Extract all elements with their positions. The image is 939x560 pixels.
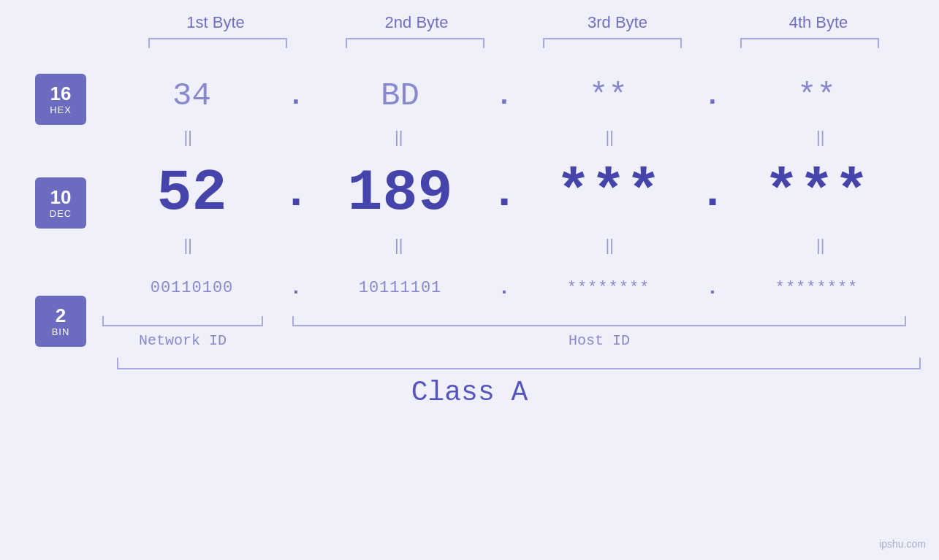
eq2-b3: ||: [529, 236, 690, 255]
bin-b3: ********: [519, 279, 698, 297]
dec-b4: ***: [727, 160, 906, 226]
hex-sep1: .: [281, 80, 311, 112]
class-bracket: [117, 358, 921, 369]
dec-sep3: .: [698, 167, 727, 219]
eq1-b3: ||: [529, 128, 690, 147]
bracket-byte2: [346, 38, 484, 48]
bin-sep1: .: [281, 277, 311, 299]
content-area: 16 HEX 10 DEC 2 BIN 34 .: [0, 55, 939, 349]
hex-b4: **: [727, 77, 906, 114]
dec-badge: 10 DEC: [35, 177, 86, 229]
hex-b3: **: [519, 77, 698, 114]
bin-sep3: .: [698, 277, 727, 299]
bin-b1: 00110100: [102, 279, 281, 297]
dec-b2: 189: [311, 160, 490, 226]
id-brackets: [102, 316, 906, 326]
bracket-byte4: [740, 38, 879, 48]
hex-row: 34 . BD . ** . **: [102, 66, 906, 125]
bin-row: 00110100 . 10111101 . ******** .: [102, 262, 906, 313]
eq1-b4: ||: [740, 128, 901, 147]
hex-badge: 16 HEX: [35, 74, 86, 125]
byte-headers: 1st Byte 2nd Byte 3rd Byte 4th Byte: [115, 13, 919, 32]
equals-row-2: || || || ||: [102, 236, 906, 255]
dec-sep2: .: [490, 167, 519, 219]
dec-row: 52 . 189 . *** . ***: [102, 153, 906, 233]
dec-sep1: .: [281, 167, 311, 219]
dec-b3: ***: [519, 160, 698, 226]
eq2-b4: ||: [740, 236, 901, 255]
eq1-b2: ||: [319, 128, 479, 147]
bin-b4: ********: [727, 279, 906, 297]
hex-sep2: .: [490, 80, 519, 112]
network-id-bracket: [102, 316, 263, 326]
eq1-b1: ||: [107, 128, 268, 147]
id-labels: Network ID Host ID: [102, 332, 906, 349]
hex-b2: BD: [311, 77, 490, 114]
host-id-label: Host ID: [292, 332, 906, 349]
dec-b1: 52: [102, 160, 281, 226]
host-id-bracket: [292, 316, 906, 326]
bracket-byte3: [543, 38, 682, 48]
bin-b2: 10111101: [311, 279, 490, 297]
values-area: 34 . BD . ** . **: [102, 55, 939, 349]
byte2-header: 2nd Byte: [336, 13, 497, 32]
eq2-b2: ||: [319, 236, 479, 255]
class-label: Class A: [411, 377, 528, 408]
eq2-b1: ||: [107, 236, 268, 255]
byte4-header: 4th Byte: [738, 13, 899, 32]
network-id-label: Network ID: [102, 332, 263, 349]
byte3-header: 3rd Byte: [537, 13, 698, 32]
main-container: 1st Byte 2nd Byte 3rd Byte 4th Byte 16 H…: [0, 0, 939, 560]
bin-sep2: .: [490, 277, 519, 299]
hex-sep3: .: [698, 80, 727, 112]
byte1-header: 1st Byte: [135, 13, 296, 32]
equals-row-1: || || || ||: [102, 128, 906, 147]
base-column: 16 HEX 10 DEC 2 BIN: [0, 55, 102, 349]
watermark: ipshu.com: [879, 538, 926, 550]
hex-b1: 34: [102, 77, 281, 114]
bin-badge: 2 BIN: [35, 296, 86, 347]
top-brackets: [115, 38, 919, 48]
bracket-byte1: [148, 38, 287, 48]
